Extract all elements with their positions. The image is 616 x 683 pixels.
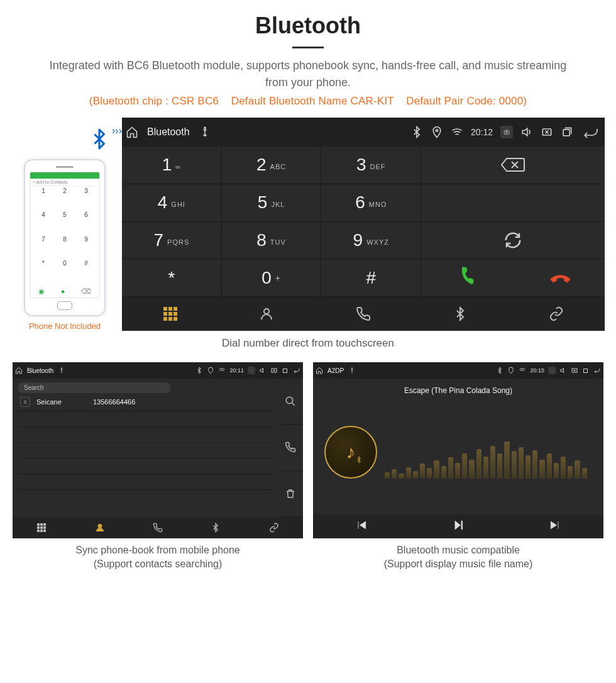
- contact-avatar: S: [20, 397, 30, 407]
- contacts-call-button[interactable]: [278, 425, 303, 470]
- svg-point-0: [436, 130, 437, 131]
- svg-rect-1: [504, 131, 509, 134]
- search-input[interactable]: Search: [18, 382, 171, 393]
- key-8[interactable]: 8TUV: [222, 222, 322, 260]
- key-star[interactable]: *: [122, 259, 222, 297]
- location-icon: [207, 367, 214, 374]
- dialer-panel: Bluetooth 20:12 1∞ 2ABC 3DEF 4GHI: [122, 118, 605, 331]
- key-5[interactable]: 5JKL: [222, 184, 322, 222]
- music-controls: [313, 514, 603, 538]
- bluetooth-status-icon: [496, 367, 503, 374]
- recents-icon[interactable]: [561, 126, 573, 138]
- play-pause-button[interactable]: [452, 519, 465, 534]
- song-title: Escape (The Pina Colada Song): [404, 386, 512, 395]
- tab-bluetooth[interactable]: [412, 297, 509, 331]
- close-app-icon[interactable]: [571, 367, 578, 374]
- key-2[interactable]: 2ABC: [222, 147, 322, 184]
- location-icon: [431, 126, 443, 138]
- close-app-icon[interactable]: [541, 126, 553, 138]
- usb-icon: [58, 367, 65, 374]
- hangup-button[interactable]: [513, 267, 605, 289]
- recents-icon[interactable]: [282, 367, 289, 374]
- bluetooth-overlay-icon: [355, 456, 363, 465]
- contacts-panel: Bluetooth 20:11 Search: [13, 362, 303, 538]
- back-icon[interactable]: [293, 367, 300, 374]
- svg-point-7: [251, 370, 252, 371]
- page-subtitle: Integrated with BC6 Bluetooth module, su…: [11, 57, 605, 91]
- svg-rect-15: [584, 369, 588, 373]
- home-icon[interactable]: [126, 126, 138, 138]
- call-button[interactable]: [421, 267, 513, 289]
- music-caption: Bluetooth music compatible (Support disp…: [313, 543, 603, 572]
- home-icon[interactable]: [15, 367, 23, 374]
- tab-calls[interactable]: [315, 297, 412, 331]
- wifi-icon: [519, 367, 526, 374]
- key-7[interactable]: 7PQRS: [122, 222, 222, 260]
- contact-name: Seicane: [36, 398, 87, 406]
- contacts-search-button[interactable]: [278, 379, 303, 425]
- bluetooth-specs: (Bluetooth chip : CSR BC6 Default Blueto…: [11, 95, 605, 108]
- screenshot-icon[interactable]: [248, 367, 255, 374]
- tab-dialpad[interactable]: [13, 517, 70, 538]
- prev-track-button[interactable]: [355, 519, 368, 534]
- close-app-icon[interactable]: [270, 367, 278, 374]
- svg-point-5: [264, 309, 269, 314]
- status-bar: Bluetooth 20:12: [122, 118, 605, 147]
- contacts-caption: Sync phone-book from mobile phone (Suppo…: [13, 543, 303, 572]
- status-time: 20:12: [471, 127, 493, 137]
- bluetooth-status-icon: [195, 367, 203, 374]
- recents-icon[interactable]: [582, 367, 590, 374]
- next-track-button[interactable]: [549, 519, 561, 534]
- usb-icon: [348, 367, 356, 374]
- key-hash[interactable]: #: [321, 259, 421, 297]
- back-icon[interactable]: [581, 126, 601, 138]
- contact-row[interactable]: S Seicane 13566664466: [18, 393, 273, 411]
- usb-icon: [199, 126, 211, 138]
- keypad: 1∞ 2ABC 3DEF 4GHI 5JKL 6MNO 7PQRS 8TUV 9…: [122, 147, 421, 297]
- screenshot-icon[interactable]: [548, 367, 556, 374]
- music-note-icon: ♪: [346, 441, 356, 463]
- home-icon[interactable]: [316, 367, 323, 374]
- redial-button[interactable]: [421, 222, 605, 260]
- tab-contacts[interactable]: [219, 297, 316, 331]
- equalizer: [385, 426, 592, 479]
- tab-contacts[interactable]: [70, 517, 128, 538]
- phone-mock-column: ››› + Add to Contacts 123 456 789 *0# ◉●…: [11, 134, 118, 331]
- tab-pair[interactable]: [245, 517, 303, 538]
- backspace-button[interactable]: [421, 147, 605, 184]
- bluetooth-status-icon: [410, 126, 423, 138]
- phone-mockup: + Add to Contacts 123 456 789 *0# ◉●⌫: [24, 159, 106, 316]
- bluetooth-logo-icon: ›››: [88, 128, 111, 156]
- key-4[interactable]: 4GHI: [122, 184, 222, 222]
- back-icon[interactable]: [593, 367, 601, 374]
- svg-rect-6: [251, 370, 252, 371]
- key-1[interactable]: 1∞: [122, 147, 222, 184]
- svg-rect-4: [563, 130, 569, 136]
- phone-add-contact: + Add to Contacts: [30, 179, 99, 186]
- volume-icon[interactable]: [259, 367, 267, 374]
- volume-icon[interactable]: [559, 367, 567, 374]
- tab-pair[interactable]: [508, 297, 605, 331]
- key-0[interactable]: 0+: [222, 259, 322, 297]
- music-panel: A2DP 20:15 Escape (The Pina Colada Song): [313, 362, 603, 538]
- tab-dialpad[interactable]: [122, 297, 219, 331]
- contacts-status-bar: Bluetooth 20:11: [13, 362, 303, 379]
- svg-point-10: [286, 397, 293, 404]
- location-icon: [507, 367, 515, 374]
- bottom-tabs: [122, 297, 605, 331]
- screenshot-icon[interactable]: [500, 126, 513, 138]
- key-6[interactable]: 6MNO: [321, 184, 421, 222]
- contacts-delete-button[interactable]: [278, 471, 303, 517]
- tab-calls[interactable]: [129, 517, 187, 538]
- volume-icon[interactable]: [520, 126, 533, 138]
- status-title: A2DP: [327, 367, 344, 374]
- wifi-icon: [451, 126, 463, 138]
- status-title: Bluetooth: [147, 126, 190, 138]
- key-3[interactable]: 3DEF: [321, 147, 421, 184]
- key-9[interactable]: 9WXYZ: [321, 222, 421, 260]
- title-underline: [292, 47, 324, 48]
- svg-point-11: [98, 525, 101, 528]
- tab-bluetooth[interactable]: [187, 517, 245, 538]
- status-time: 20:15: [530, 367, 544, 374]
- status-title: Bluetooth: [27, 367, 53, 374]
